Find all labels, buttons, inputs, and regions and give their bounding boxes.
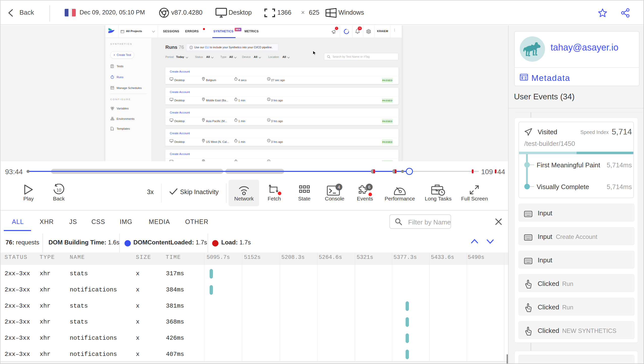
svg-text:10: 10: [57, 188, 61, 193]
svg-text:6: 6: [368, 185, 370, 190]
svg-text:4: 4: [338, 185, 340, 190]
